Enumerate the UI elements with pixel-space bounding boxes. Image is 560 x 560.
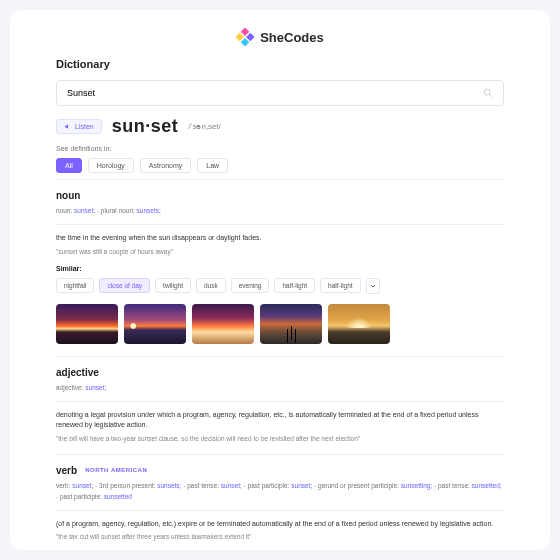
form-value: sunsetting;: [401, 482, 432, 489]
noun-definition: the time in the evening when the sun dis…: [56, 233, 504, 244]
svg-point-4: [484, 89, 490, 95]
similar-heading: Similar:: [56, 265, 504, 272]
noun-example: "sunset was still a couple of hours away…: [56, 248, 504, 255]
brand-logo-icon: [236, 28, 254, 46]
category-tabs: AllHorologyAstronomyLaw: [56, 158, 504, 173]
form-value: sunsetted;: [472, 482, 502, 489]
tab-horology[interactable]: Horology: [88, 158, 134, 173]
similar-chip[interactable]: half-light: [274, 278, 315, 293]
divider: [56, 401, 504, 402]
search-icon: [483, 88, 493, 98]
listen-label: Listen: [75, 123, 94, 130]
svg-rect-1: [246, 33, 254, 41]
verb-region: NORTH AMERICAN: [85, 467, 147, 473]
brand-name: SheCodes: [260, 30, 324, 45]
thumbnail[interactable]: [56, 304, 118, 344]
divider: [56, 179, 504, 180]
form-value: sunsets;: [137, 207, 161, 214]
tab-law[interactable]: Law: [197, 158, 228, 173]
headword: sun·set: [112, 116, 179, 137]
adjective-definition: denoting a legal provision under which a…: [56, 410, 504, 431]
page-title: Dictionary: [56, 58, 504, 70]
adjective-section: adjective adjective: sunset; denoting a …: [56, 367, 504, 442]
divider: [56, 510, 504, 511]
see-definitions-label: See definitions in:: [56, 145, 504, 152]
similar-chips: nightfallclose of daytwilightduskevening…: [56, 278, 504, 294]
verb-forms: verb: sunset; - 3rd person present: suns…: [56, 480, 504, 502]
phonetic: /ˈsənˌset/: [188, 122, 221, 131]
noun-section: noun noun: sunset; - plural noun: sunset…: [56, 190, 504, 344]
thumbnail[interactable]: [124, 304, 186, 344]
form-value: sunset;: [74, 207, 95, 214]
form-label: gerund or present participle:: [318, 482, 401, 489]
expand-similar-button[interactable]: [366, 278, 380, 294]
form-label: verb:: [56, 482, 72, 489]
divider: [56, 224, 504, 225]
tab-astronomy[interactable]: Astronomy: [140, 158, 191, 173]
listen-button[interactable]: Listen: [56, 119, 102, 134]
form-value: sunsets;: [157, 482, 181, 489]
similar-chip[interactable]: dusk: [196, 278, 226, 293]
noun-forms: noun: sunset; - plural noun: sunsets;: [56, 205, 504, 216]
form-label: past tense:: [438, 482, 472, 489]
similar-chip[interactable]: close of day: [99, 278, 150, 293]
verb-definition: (of a program, agency, regulation, etc.)…: [56, 519, 504, 530]
divider: [56, 356, 504, 357]
similar-chip[interactable]: evening: [231, 278, 270, 293]
similar-chip[interactable]: twilight: [155, 278, 191, 293]
similar-chip[interactable]: nightfall: [56, 278, 94, 293]
chevron-down-icon: [369, 282, 377, 290]
form-value: sunsetted: [104, 493, 132, 500]
form-value: sunset;: [221, 482, 242, 489]
thumbnail[interactable]: [260, 304, 322, 344]
verb-heading: verb: [56, 465, 77, 476]
adjective-heading: adjective: [56, 367, 99, 378]
noun-heading: noun: [56, 190, 80, 201]
svg-rect-2: [236, 33, 244, 41]
form-label: 3rd person present:: [99, 482, 157, 489]
form-label: past tense:: [187, 482, 221, 489]
search-input[interactable]: [67, 88, 483, 98]
verb-example: "the tax cut will sunset after three yea…: [56, 533, 504, 540]
speaker-icon: [64, 123, 71, 130]
divider: [56, 454, 504, 455]
similar-chip[interactable]: half-light: [320, 278, 361, 293]
form-value: sunset;: [291, 482, 312, 489]
search-input-wrapper[interactable]: [56, 80, 504, 106]
adjective-example: "the bill will have a two-year sunset cl…: [56, 435, 504, 442]
thumbnail[interactable]: [328, 304, 390, 344]
form-value: sunset;: [72, 482, 93, 489]
image-thumbnails: [56, 304, 504, 344]
svg-rect-3: [241, 38, 249, 46]
svg-line-5: [489, 94, 492, 97]
form-value: sunset;: [85, 384, 106, 391]
adjective-forms: adjective: sunset;: [56, 382, 504, 393]
verb-section: verb NORTH AMERICAN verb: sunset; - 3rd …: [56, 465, 504, 541]
form-label: noun:: [56, 207, 74, 214]
brand: SheCodes: [56, 28, 504, 46]
form-label: plural noun:: [101, 207, 137, 214]
thumbnail[interactable]: [192, 304, 254, 344]
form-label: past participle:: [248, 482, 292, 489]
tab-all[interactable]: All: [56, 158, 82, 173]
form-label: adjective:: [56, 384, 85, 391]
form-label: past participle:: [60, 493, 104, 500]
svg-rect-0: [241, 28, 249, 36]
